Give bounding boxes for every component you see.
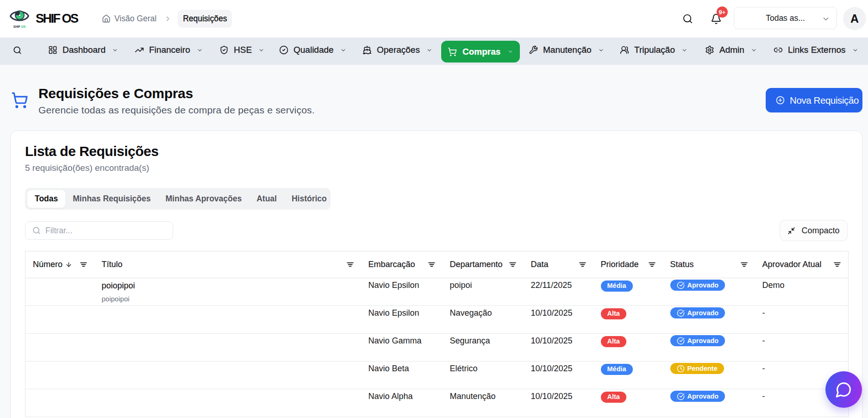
svg-text:SHIF OS: SHIF OS xyxy=(13,25,26,28)
